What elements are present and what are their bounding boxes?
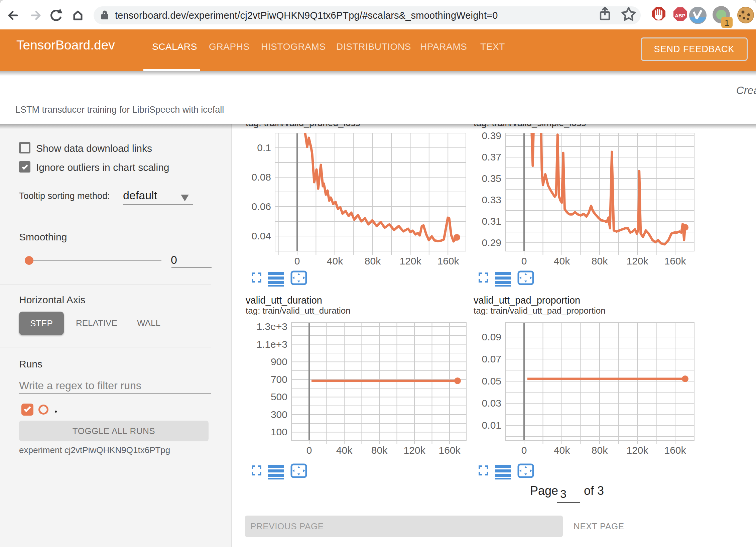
- svg-text:300: 300: [271, 409, 287, 420]
- svg-text:ABP: ABP: [675, 13, 685, 18]
- svg-text:0: 0: [294, 255, 300, 266]
- svg-text:0.08: 0.08: [252, 172, 271, 183]
- svg-text:120k: 120k: [399, 255, 421, 266]
- svg-text:0.31: 0.31: [482, 216, 501, 227]
- svg-text:0.01: 0.01: [482, 420, 501, 431]
- svg-text:0.06: 0.06: [252, 201, 271, 212]
- svg-text:0: 0: [521, 445, 527, 456]
- svg-text:40k: 40k: [336, 445, 353, 456]
- svg-text:160k: 160k: [437, 255, 459, 266]
- svg-text:0.35: 0.35: [482, 173, 501, 184]
- svg-text:0: 0: [306, 445, 312, 456]
- svg-text:0.09: 0.09: [482, 331, 501, 342]
- svg-text:0.03: 0.03: [482, 398, 501, 409]
- svg-text:700: 700: [271, 374, 287, 385]
- svg-text:Page: Page: [530, 484, 558, 498]
- svg-text:1.3e+3: 1.3e+3: [256, 321, 287, 332]
- svg-text:0.07: 0.07: [482, 353, 501, 364]
- svg-text:of 3: of 3: [584, 484, 604, 498]
- svg-text:0.29: 0.29: [482, 237, 501, 248]
- svg-text:40k: 40k: [554, 255, 570, 266]
- svg-text:0.1: 0.1: [257, 142, 271, 153]
- svg-text:0.39: 0.39: [482, 130, 501, 141]
- svg-text:valid_utt_pad_proportion: valid_utt_pad_proportion: [474, 295, 580, 306]
- svg-text:0.33: 0.33: [482, 194, 501, 205]
- svg-text:500: 500: [271, 391, 287, 402]
- svg-text:120k: 120k: [626, 255, 648, 266]
- svg-text:120k: 120k: [626, 445, 648, 456]
- svg-text:80k: 80k: [365, 255, 381, 266]
- svg-text:0.37: 0.37: [482, 151, 501, 162]
- svg-text:120k: 120k: [403, 445, 425, 456]
- svg-text:tag: train/valid_utt_duration: tag: train/valid_utt_duration: [246, 306, 351, 316]
- svg-text:160k: 160k: [438, 445, 461, 456]
- svg-text:0.05: 0.05: [482, 375, 501, 387]
- svg-text:80k: 80k: [371, 445, 388, 456]
- svg-text:tag: train/valid_utt_pad_propo: tag: train/valid_utt_pad_proportion: [474, 306, 606, 316]
- svg-text:80k: 80k: [592, 255, 608, 266]
- svg-text:0: 0: [521, 255, 527, 266]
- svg-text:1: 1: [725, 18, 729, 28]
- svg-text:0.04: 0.04: [252, 230, 271, 241]
- svg-text:80k: 80k: [592, 445, 608, 456]
- svg-text:40k: 40k: [554, 445, 570, 456]
- svg-text:40k: 40k: [327, 255, 343, 266]
- svg-text:100: 100: [271, 426, 287, 437]
- svg-text:3: 3: [560, 487, 566, 500]
- svg-text:900: 900: [271, 356, 287, 367]
- svg-text:valid_utt_duration: valid_utt_duration: [246, 295, 322, 306]
- svg-text:160k: 160k: [664, 255, 686, 266]
- svg-text:1.1e+3: 1.1e+3: [256, 339, 287, 350]
- svg-text:160k: 160k: [664, 445, 686, 456]
